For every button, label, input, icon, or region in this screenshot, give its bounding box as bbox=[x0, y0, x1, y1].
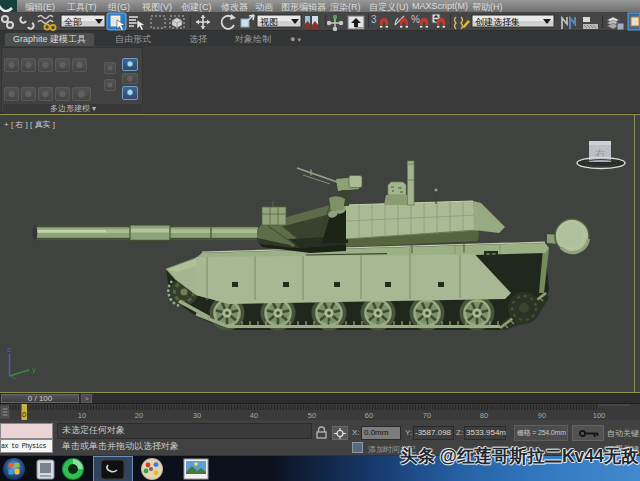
svg-text:10: 10 bbox=[78, 411, 86, 420]
svg-text:%: % bbox=[411, 14, 420, 25]
svg-text:60: 60 bbox=[365, 411, 373, 420]
svg-text:全部: 全部 bbox=[64, 17, 82, 27]
svg-text:90: 90 bbox=[538, 411, 546, 420]
svg-text:100: 100 bbox=[593, 411, 606, 420]
svg-text:0: 0 bbox=[22, 410, 26, 419]
svg-text:20: 20 bbox=[135, 411, 143, 420]
svg-text:70: 70 bbox=[423, 411, 431, 420]
svg-text:80: 80 bbox=[480, 411, 488, 420]
svg-text:y: y bbox=[32, 365, 36, 374]
svg-text:3: 3 bbox=[371, 14, 377, 25]
svg-text:50: 50 bbox=[308, 411, 316, 420]
svg-text:创建选择集: 创建选择集 bbox=[475, 17, 520, 27]
svg-text:z: z bbox=[7, 345, 11, 354]
svg-text:40: 40 bbox=[250, 411, 258, 420]
svg-text:视图: 视图 bbox=[260, 17, 278, 27]
svg-text:30: 30 bbox=[193, 411, 201, 420]
